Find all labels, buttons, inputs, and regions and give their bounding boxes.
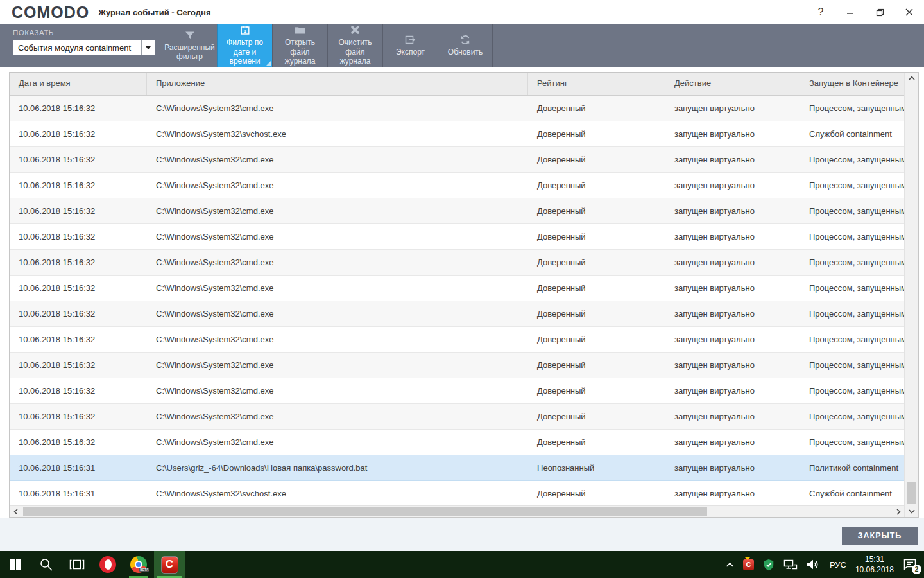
comodo-icon: C [161,556,178,574]
refresh-button[interactable]: Обновить [438,24,493,67]
table-row[interactable]: 10.06.2018 15:16:32 C:\Windows\System32\… [10,276,904,301]
svg-text:1: 1 [244,29,246,33]
vertical-scrollbar[interactable] [904,73,918,517]
cell-rating: Доверенный [528,155,665,164]
column-header-container[interactable]: Запущен в Контейнере [800,73,904,95]
tray-time: 15:31 [855,554,894,565]
tray-security-button[interactable] [760,551,778,578]
open-log-file-button[interactable]: Открыть файл журнала [272,24,327,67]
cell-action: запущен виртуально [665,258,800,267]
table-row[interactable]: 10.06.2018 15:16:32 C:\Windows\System32\… [10,173,904,198]
vscroll-thumb[interactable] [907,482,916,504]
shield-check-icon [763,559,774,571]
cell-rating: Доверенный [528,232,665,241]
chevron-up-icon [726,562,734,568]
chrome-taskbar-button[interactable]: BETA [123,551,154,578]
scroll-down-button[interactable] [906,506,918,517]
speaker-icon [807,559,821,570]
table-row[interactable]: 10.06.2018 15:16:32 C:\Windows\System32\… [10,404,904,430]
cell-container: Службой containment [800,129,904,139]
cell-application: C:\Windows\System32\cmd.exe [147,437,528,447]
hscroll-thumb[interactable] [23,507,707,516]
table-row[interactable]: 10.06.2018 15:16:32 C:\Windows\System32\… [10,224,904,250]
restore-button[interactable] [865,0,894,24]
close-dialog-button[interactable]: ЗАКРЫТЬ [842,527,918,545]
task-view-button[interactable] [62,551,92,578]
cell-action: запущен виртуально [665,437,800,447]
start-button[interactable] [0,551,31,578]
cell-container: Политикой containment [800,463,904,473]
tray-network-button[interactable] [780,551,801,578]
cell-container: Процессом, запущенным [800,309,904,319]
open-folder-icon [295,25,305,35]
cell-application: C:\Windows\System32\cmd.exe [147,180,528,190]
cell-rating: Доверенный [528,309,665,319]
column-header-application[interactable]: Приложение [147,73,528,95]
comodo-taskbar-button[interactable]: C [154,551,185,578]
cell-datetime: 10.06.2018 15:16:31 [10,489,147,498]
cell-container: Процессом, запущенным [800,103,904,113]
cell-container: Процессом, запущенным [800,335,904,344]
cell-datetime: 10.06.2018 15:16:32 [10,232,147,241]
advanced-filter-button[interactable]: Расширенный фильтр [162,24,217,67]
cell-action: запущен виртуально [665,180,800,190]
table-row[interactable]: 10.06.2018 15:16:32 C:\Windows\System32\… [10,96,904,121]
cell-datetime: 10.06.2018 15:16:32 [10,283,147,293]
search-button[interactable] [31,551,62,578]
table-row[interactable]: 10.06.2018 15:16:32 C:\Windows\System32\… [10,378,904,404]
column-header-action[interactable]: Действие [665,73,800,95]
table-row[interactable]: 10.06.2018 15:16:32 C:\Windows\System32\… [10,250,904,276]
cell-application: C:\Windows\System32\cmd.exe [147,412,528,421]
cell-action: запущен виртуально [665,489,800,498]
scroll-right-button[interactable] [893,506,904,517]
table-row[interactable]: 10.06.2018 15:16:32 C:\Windows\System32\… [10,121,904,147]
opera-icon [99,556,116,573]
language-indicator[interactable]: РУС [826,551,850,578]
horizontal-scrollbar[interactable] [10,505,904,517]
cell-action: запущен виртуально [665,463,800,473]
search-icon [39,557,53,572]
cell-action: запущен виртуально [665,335,800,344]
table-row[interactable]: 10.06.2018 15:16:32 C:\Windows\System32\… [10,301,904,327]
table-row[interactable]: 10.06.2018 15:16:31 C:\Windows\System32\… [10,481,904,505]
table-row[interactable]: 10.06.2018 15:16:32 C:\Windows\System32\… [10,353,904,378]
cell-datetime: 10.06.2018 15:16:32 [10,129,147,139]
event-type-select[interactable]: События модуля containment [13,40,155,55]
select-dropdown-button[interactable] [141,40,155,55]
table-row[interactable]: 10.06.2018 15:16:32 C:\Windows\System32\… [10,327,904,353]
table-row[interactable]: 10.06.2018 15:16:32 C:\Windows\System32\… [10,147,904,173]
tray-volume-button[interactable] [803,551,824,578]
export-button[interactable]: Экспорт [382,24,438,67]
cell-application: C:\Users\griz_-64\Downloads\Новая папка\… [147,463,528,473]
opera-taskbar-button[interactable] [92,551,123,578]
cell-datetime: 10.06.2018 15:16:32 [10,335,147,344]
scroll-left-button[interactable] [10,506,21,517]
action-center-button[interactable]: 2 [900,551,920,578]
table-row[interactable]: 10.06.2018 15:16:31 C:\Users\griz_-64\Do… [10,455,904,481]
date-time-filter-button[interactable]: 1 Фильтр по дате и времени [217,24,272,67]
close-button[interactable] [894,0,924,24]
cell-rating: Доверенный [528,386,665,396]
column-header-datetime[interactable]: Дата и время [10,73,147,95]
minimize-icon [846,8,854,16]
cell-rating: Доверенный [528,489,665,498]
task-view-icon [69,559,85,570]
table-row[interactable]: 10.06.2018 15:16:32 C:\Windows\System32\… [10,198,904,224]
cell-rating: Доверенный [528,335,665,344]
cell-application: C:\Windows\System32\cmd.exe [147,283,528,293]
table-row[interactable]: 10.06.2018 15:16:32 C:\Windows\System32\… [10,430,904,455]
clear-x-icon [350,25,360,35]
cell-rating: Доверенный [528,129,665,139]
column-header-rating[interactable]: Рейтинг [528,73,665,95]
chevron-right-icon [896,509,901,515]
window-titlebar: COMODO Журнал событий - Сегодня ? [0,0,924,24]
chevron-left-icon [13,509,18,515]
help-button[interactable]: ? [806,0,835,24]
clear-log-file-button[interactable]: Очистить файл журнала [327,24,382,67]
minimize-button[interactable] [835,0,865,24]
clock[interactable]: 15:31 10.06.2018 [852,551,897,578]
comodo-tray-icon: C [743,559,754,570]
scroll-up-button[interactable] [906,73,918,83]
tray-expand-button[interactable] [723,551,737,578]
tray-comodo-button[interactable]: C [740,551,757,578]
